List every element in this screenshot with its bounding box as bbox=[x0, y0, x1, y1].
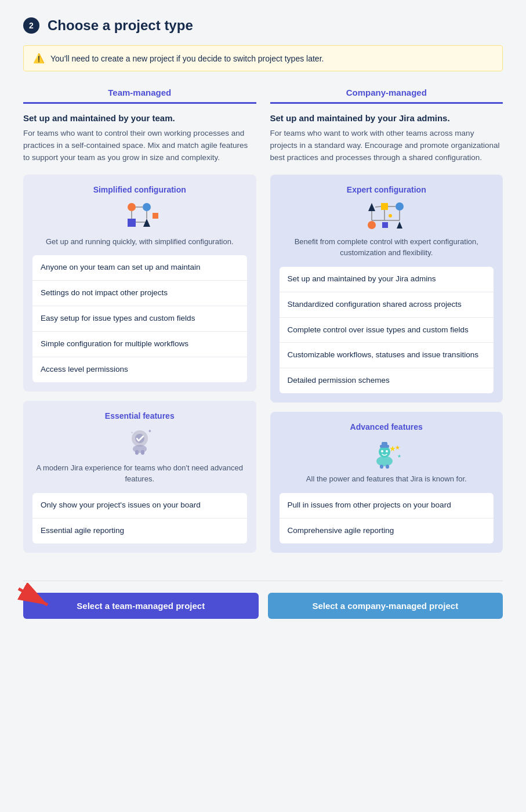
svg-text:✦: ✦ bbox=[130, 431, 133, 434]
arrow-icon bbox=[13, 583, 53, 612]
expert-feature-2: Standardized configuration shared across… bbox=[280, 292, 494, 318]
expert-card-desc: Benefit from complete control with exper… bbox=[280, 236, 494, 259]
essential-features-card: Essential features ✦ ✦ bbox=[23, 401, 256, 553]
svg-point-32 bbox=[386, 450, 388, 452]
advanced-card-title: Advanced features bbox=[280, 422, 494, 432]
simplified-card-icon bbox=[32, 201, 247, 230]
company-column: Company-managed Set up and maintained by… bbox=[270, 88, 503, 562]
advanced-features-card: Advanced features ★ ★ bbox=[270, 412, 503, 552]
bottom-bar: Select a team-managed project Select a c… bbox=[23, 581, 503, 619]
team-description-title: Set up and maintained by your team. bbox=[23, 113, 256, 123]
svg-text:★: ★ bbox=[397, 454, 401, 459]
simplified-feature-2: Settings do not impact other projects bbox=[32, 281, 247, 306]
expert-feature-1: Set up and maintained by your Jira admin… bbox=[280, 267, 494, 292]
team-column: Team-managed Set up and maintained by yo… bbox=[23, 88, 256, 562]
simplified-feature-5: Access level permissions bbox=[32, 357, 247, 382]
svg-rect-37 bbox=[382, 442, 387, 446]
expert-feature-5: Detailed permission schemes bbox=[280, 368, 494, 393]
columns-container: Team-managed Set up and maintained by yo… bbox=[23, 88, 503, 562]
simplified-card-desc: Get up and running quickly, with simplif… bbox=[32, 236, 247, 248]
svg-line-41 bbox=[19, 589, 48, 605]
warning-icon: ⚠️ bbox=[33, 53, 45, 64]
team-column-header: Team-managed bbox=[23, 88, 256, 104]
svg-rect-6 bbox=[128, 219, 136, 227]
advanced-feature-1: Pull in issues from other projects on yo… bbox=[280, 493, 494, 519]
essential-card-icon: ✦ ✦ bbox=[32, 427, 247, 456]
team-description: For teams who want to control their own … bbox=[23, 128, 256, 164]
svg-rect-15 bbox=[141, 450, 144, 455]
advanced-card-desc: All the power and features that Jira is … bbox=[280, 473, 494, 485]
svg-point-0 bbox=[128, 203, 136, 211]
essential-icon-svg: ✦ ✦ bbox=[122, 426, 157, 458]
svg-line-19 bbox=[375, 206, 381, 207]
svg-point-1 bbox=[143, 203, 151, 211]
svg-rect-17 bbox=[381, 203, 388, 210]
simplified-feature-1: Anyone on your team can set up and maint… bbox=[32, 255, 247, 281]
advanced-icon-svg: ★ ★ bbox=[368, 437, 404, 469]
step-badge: 2 bbox=[23, 17, 39, 34]
page-title: Choose a project type bbox=[48, 17, 193, 34]
arrow-indicator bbox=[13, 583, 53, 612]
company-description-title: Set up and maintained by your Jira admin… bbox=[270, 113, 503, 123]
simplified-feature-list: Anyone on your team can set up and maint… bbox=[32, 255, 247, 382]
select-company-managed-button[interactable]: Select a company-managed project bbox=[268, 593, 503, 619]
svg-rect-8 bbox=[153, 213, 158, 219]
expert-card-title: Expert configuration bbox=[280, 185, 494, 194]
company-column-header: Company-managed bbox=[270, 88, 503, 104]
svg-rect-39 bbox=[386, 465, 389, 469]
simplified-config-card: Simplified configuration bbox=[23, 175, 256, 392]
expert-card-icon bbox=[280, 201, 494, 230]
simplified-feature-4: Simple configuration for multiple workfl… bbox=[32, 332, 247, 357]
simplified-icon-svg bbox=[120, 201, 159, 230]
svg-point-25 bbox=[368, 221, 376, 229]
svg-point-18 bbox=[396, 202, 404, 211]
essential-card-title: Essential features bbox=[32, 411, 247, 420]
svg-point-31 bbox=[381, 450, 383, 452]
essential-feature-1: Only show your project's issues on your … bbox=[32, 493, 247, 519]
expert-feature-4: Customizable workflows, statuses and iss… bbox=[280, 343, 494, 368]
company-description: For teams who want to work with other te… bbox=[270, 128, 503, 164]
expert-feature-3: Complete control over issue types and cu… bbox=[280, 318, 494, 343]
svg-point-13 bbox=[133, 445, 147, 453]
warning-banner: ⚠️ You'll need to create a new project i… bbox=[23, 45, 503, 71]
essential-card-desc: A modern Jira experience for teams who d… bbox=[32, 462, 247, 485]
essential-feature-list: Only show your project's issues on your … bbox=[32, 493, 247, 543]
select-team-managed-button[interactable]: Select a team-managed project bbox=[23, 593, 259, 619]
svg-marker-7 bbox=[143, 219, 150, 227]
svg-rect-38 bbox=[380, 465, 383, 469]
svg-marker-27 bbox=[397, 222, 402, 229]
simplified-feature-3: Easy setup for issue types and custom fi… bbox=[32, 306, 247, 332]
expert-config-card: Expert configuration bbox=[270, 175, 503, 403]
svg-rect-14 bbox=[135, 450, 139, 455]
svg-rect-26 bbox=[382, 222, 388, 228]
advanced-feature-2: Comprehensive agile reporting bbox=[280, 519, 494, 543]
svg-marker-16 bbox=[368, 203, 375, 211]
svg-text:★: ★ bbox=[395, 444, 400, 451]
expert-feature-list: Set up and maintained by your Jira admin… bbox=[280, 267, 494, 393]
advanced-card-icon: ★ ★ bbox=[280, 438, 494, 467]
svg-text:✦: ✦ bbox=[148, 429, 152, 434]
page-header: 2 Choose a project type bbox=[23, 17, 503, 34]
advanced-feature-list: Pull in issues from other projects on yo… bbox=[280, 493, 494, 543]
expert-icon-svg bbox=[366, 201, 407, 231]
warning-text: You'll need to create a new project if y… bbox=[50, 54, 324, 63]
simplified-card-title: Simplified configuration bbox=[32, 185, 247, 194]
svg-point-28 bbox=[389, 214, 392, 217]
essential-feature-2: Essential agile reporting bbox=[32, 519, 247, 543]
